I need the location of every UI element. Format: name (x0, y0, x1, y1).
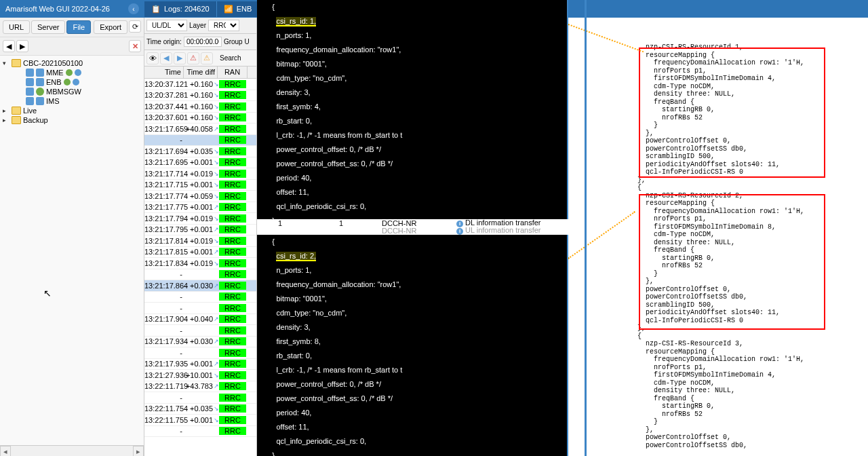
info-icon: i (456, 228, 463, 235)
log-row[interactable]: -RRC (144, 347, 256, 359)
filter-row1: UL/DL Layer RRC (144, 18, 256, 34)
fwd-icon[interactable]: ▶ (174, 52, 186, 64)
log-row[interactable]: 13:21:17.775+0.001↗RRC (144, 202, 256, 214)
tab-enb[interactable]: 📶 ENB (217, 1, 260, 17)
warn-icon[interactable]: ⚠ (187, 52, 199, 64)
app-title: Amarisoft Web GUI 2022-04-26 (5, 5, 110, 13)
col-diff[interactable]: Time diff (184, 66, 218, 78)
log-row[interactable]: 13:22:11.719+43.783↗RRC (144, 381, 256, 393)
log-row[interactable]: 13:21:17.714+0.019↘RRC (144, 168, 256, 180)
log-row[interactable]: -RRC (144, 303, 256, 314)
log-row[interactable]: 13:21:17.864+0.030↗RRC (144, 280, 256, 292)
log-row[interactable]: 13:21:27.936+10.001↘RRC (144, 370, 256, 381)
scroll-right-icon[interactable]: ▸ (133, 446, 144, 456)
log-row[interactable]: 13:21:17.694+0.035↘RRC (144, 146, 256, 157)
uldl-select[interactable]: UL/DL (146, 20, 187, 31)
node-icon (36, 69, 44, 77)
back-icon[interactable]: ◀ (160, 52, 172, 64)
tree-root[interactable]: ▾ CBC-2021050100 (3, 58, 141, 68)
expand-toggle-icon[interactable]: ▸ (3, 107, 9, 114)
log-row[interactable]: -RRC (144, 392, 256, 404)
file-tree: ▾ CBC-2021050100 MME ENB MBMSGW IMS (0, 56, 144, 128)
sidebar-toolbar: URL Server File Export ⟳ (0, 18, 144, 37)
log-row[interactable]: 13:22:11.755+0.001↘RRC (144, 415, 256, 426)
sidebar-toolbar2: ◀ ▶ ✕ (0, 37, 144, 56)
tree-node-enb[interactable]: ENB (26, 77, 141, 87)
expand-toggle-icon[interactable]: ▸ (3, 117, 9, 124)
log-row[interactable]: 13:21:17.794+0.019↘RRC (144, 213, 256, 225)
time-origin-input[interactable] (184, 37, 222, 47)
icon-toolbar: 👁 ◀ ▶ ⚠ ⚠ Search (144, 50, 256, 66)
group-label: Group U (224, 38, 250, 45)
log-row[interactable]: 13:20:37.121+0.160↘RRC (144, 79, 256, 90)
log-row[interactable]: -RRC (144, 292, 256, 303)
connector-line-1 (568, 24, 644, 52)
log-row[interactable]: 13:21:17.834+0.019↘RRC (144, 258, 256, 269)
export-button[interactable]: Export (94, 20, 127, 34)
folder-icon (12, 107, 21, 115)
folder-icon (12, 59, 21, 67)
col-time[interactable]: Time (144, 66, 184, 78)
log-row[interactable]: 13:21:17.659+40.058↗RRC (144, 124, 256, 135)
log-row[interactable]: 13:21:17.715+0.001↘RRC (144, 180, 256, 191)
log-row[interactable]: -RRC (144, 325, 256, 337)
tree-node-mbmsgw[interactable]: MBMSGW (26, 87, 141, 96)
status-ok-icon (64, 79, 71, 86)
server-button[interactable]: Server (31, 20, 65, 34)
tree-backup[interactable]: ▸ Backup (3, 115, 141, 125)
log-row[interactable]: 13:21:17.904+0.040↗RRC (144, 314, 256, 326)
app-header: Amarisoft Web GUI 2022-04-26 ‹ (0, 0, 144, 18)
log-row[interactable]: 13:20:37.281+0.160↘RRC (144, 90, 256, 102)
log-row[interactable]: 13:21:17.934+0.030↗RRC (144, 337, 256, 348)
log-row[interactable]: 13:21:17.795+0.001↗RRC (144, 225, 256, 236)
file-button[interactable]: File (66, 20, 91, 34)
tree-label: MME (46, 69, 64, 77)
connector-line-2 (568, 211, 635, 259)
next-icon[interactable]: ▶ (16, 40, 28, 52)
close-icon[interactable]: ✕ (129, 40, 141, 52)
tree-live[interactable]: ▸ Live (3, 106, 141, 115)
tree-root-label: CBC-2021050100 (23, 59, 83, 67)
filter-row2: Time origin: Group U (144, 34, 256, 50)
log-row[interactable]: 13:21:17.695+0.001↘RRC (144, 157, 256, 169)
prev-icon[interactable]: ◀ (3, 40, 15, 52)
left-sidebar: URL Server File Export ⟳ ◀ ▶ ✕ ▾ CBC-202… (0, 18, 144, 456)
code-snippet-2: { csi_rs_id: 2, n_ports: 1, frequency_do… (257, 235, 568, 456)
log-row[interactable]: 13:21:17.774+0.059↘RRC (144, 191, 256, 202)
scroll-left-icon[interactable]: ◂ (0, 446, 11, 456)
node-icon (36, 97, 44, 105)
log-row[interactable]: -RRC (144, 135, 256, 147)
log-row[interactable]: 13:21:17.935+0.001↗RRC (144, 359, 256, 370)
url-button[interactable]: URL (3, 20, 30, 34)
tree-label: Live (23, 107, 37, 115)
log-row[interactable]: 13:20:37.601+0.160↘RRC (144, 113, 256, 124)
code2-text: { csi_rs_id: 2, n_ports: 1, frequency_do… (260, 238, 402, 456)
log-row[interactable]: 13:20:37.441+0.160↘RRC (144, 101, 256, 113)
log-rows: 13:20:37.121+0.160↘RRC13:20:37.281+0.160… (144, 79, 256, 437)
collapse-icon[interactable]: ‹ (128, 3, 139, 14)
refresh-icon[interactable]: ⟳ (129, 20, 141, 33)
log-row[interactable]: -RRC (144, 426, 256, 438)
tree-node-mme[interactable]: MME (26, 68, 141, 77)
tab-logs[interactable]: 📋 Logs: 204620 (144, 1, 217, 17)
signal-icon: 📶 (224, 5, 233, 14)
log-row[interactable]: 13:22:11.754+0.035↘RRC (144, 404, 256, 415)
log-row[interactable]: 13:21:17.814+0.019↘RRC (144, 235, 256, 247)
tab-enb-label: ENB (237, 5, 252, 13)
info-strip: 1 1 DCCH-NR iDL information transfer DCC… (257, 219, 568, 235)
tree-label: Backup (23, 116, 48, 124)
search-label: Search (220, 54, 241, 62)
log-row[interactable]: -RRC (144, 269, 256, 281)
layer-select[interactable]: RRC (208, 20, 239, 31)
info-cell: 1 (260, 219, 300, 227)
collapse-toggle-icon[interactable]: ▾ (3, 60, 9, 66)
eye-icon[interactable]: 👁 (146, 52, 159, 64)
alert-icon[interactable]: ⚠ (201, 52, 213, 64)
tree-label: MBMSGW (46, 88, 81, 96)
tree-node-ims[interactable]: IMS (26, 96, 141, 106)
col-ran[interactable]: RAN (218, 66, 248, 78)
log-panel: UL/DL Layer RRC Time origin: Group U 👁 ◀… (144, 18, 257, 456)
h-scrollbar[interactable]: ◂ ▸ (0, 445, 144, 456)
doc-icon (26, 78, 34, 86)
log-row[interactable]: 13:21:17.815+0.001↗RRC (144, 247, 256, 259)
